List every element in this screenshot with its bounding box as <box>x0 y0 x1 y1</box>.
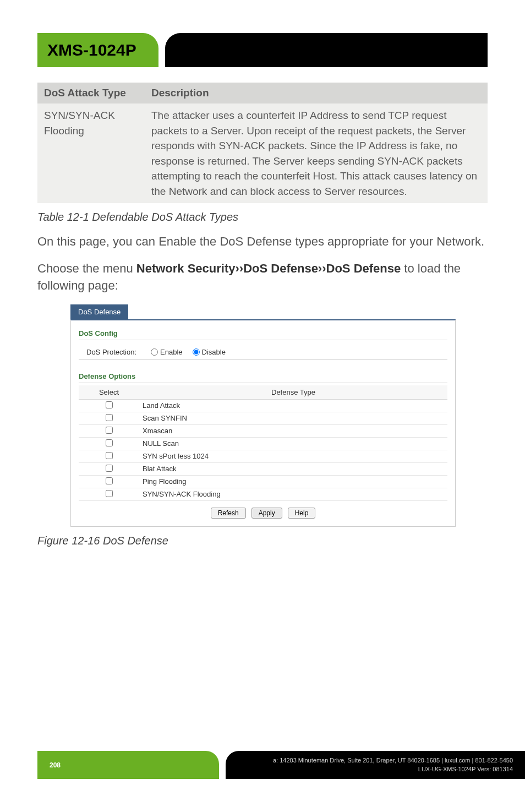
footer-page-number: 208 <box>37 751 219 779</box>
dos-protection-radio-group: Enable Disable <box>151 348 226 356</box>
defense-item-label: Ping Flooding <box>139 475 447 488</box>
defense-item-label: Blat Attack <box>139 462 447 475</box>
defense-item-label: Xmascan <box>139 424 447 437</box>
dos-protection-row: DoS Protection: Enable Disable <box>79 342 447 360</box>
radio-enable-label: Enable <box>160 348 182 356</box>
checkbox-syn-sport-1024[interactable] <box>106 452 113 459</box>
dos-protection-label: DoS Protection: <box>86 348 136 356</box>
para2-pre: Choose the menu <box>37 261 136 275</box>
table-row: SYN/SYN-ACK Flooding <box>79 488 447 500</box>
defense-options-table: Select Defense Type Land Attack Scan SYN… <box>79 385 447 501</box>
checkbox-xmascan[interactable] <box>106 427 113 434</box>
body-paragraph-2: Choose the menu Network Security››DoS De… <box>37 260 488 295</box>
defense-item-label: SYN sPort less 1024 <box>139 450 447 462</box>
checkbox-ping-flooding[interactable] <box>106 477 113 484</box>
checkbox-scan-synfin[interactable] <box>106 414 113 421</box>
table-row: Scan SYNFIN <box>79 412 447 424</box>
section-title-dos-config: DoS Config <box>79 329 447 340</box>
dos-attack-table: DoS Attack Type Description SYN/SYN-ACK … <box>37 83 488 203</box>
table-caption: Table 12-1 Defendable DoS Attack Types <box>37 211 488 224</box>
defense-item-label: SYN/SYN-ACK Flooding <box>139 488 447 500</box>
page-footer: 208 a: 14203 Minuteman Drive, Suite 201,… <box>37 751 525 779</box>
dos-table-header-type: DoS Attack Type <box>37 83 145 103</box>
radio-disable-label: Disable <box>202 348 226 356</box>
dos-desc-cell: The attacker uses a counterfeit IP Addre… <box>145 103 488 203</box>
defense-item-label: Land Attack <box>139 399 447 412</box>
table-row: Xmascan <box>79 424 447 437</box>
menu-path-strong: Network Security››DoS Defense››DoS Defen… <box>136 261 401 275</box>
body-paragraph-1: On this page, you can Enable the DoS Def… <box>37 233 488 250</box>
screenshot-body: DoS Config DoS Protection: Enable Disabl… <box>70 319 456 527</box>
help-button[interactable]: Help <box>288 508 316 519</box>
table-row: NULL Scan <box>79 437 447 450</box>
dos-defense-screenshot: DoS Defense DoS Config DoS Protection: E… <box>70 304 456 527</box>
defense-item-label: NULL Scan <box>139 437 447 450</box>
radio-enable[interactable] <box>151 348 158 356</box>
apply-button[interactable]: Apply <box>251 508 282 519</box>
title-bar: XMS-1024P <box>37 33 488 67</box>
checkbox-syn-synack-flooding[interactable] <box>106 490 113 497</box>
tab-dos-defense[interactable]: DoS Defense <box>70 304 128 319</box>
table-row: SYN sPort less 1024 <box>79 450 447 462</box>
table-row: Ping Flooding <box>79 475 447 488</box>
footer-address: a: 14203 Minuteman Drive, Suite 201, Dra… <box>249 756 513 765</box>
screenshot-button-row: Refesh Apply Help <box>79 508 447 519</box>
product-model-badge: XMS-1024P <box>37 33 158 67</box>
table-row: SYN/SYN-ACK Flooding The attacker uses a… <box>37 103 488 203</box>
title-bar-filler <box>165 33 488 67</box>
defense-header-select: Select <box>79 385 139 400</box>
defense-header-type: Defense Type <box>139 385 447 400</box>
footer-info: a: 14203 Minuteman Drive, Suite 201, Dra… <box>226 751 525 779</box>
checkbox-blat-attack[interactable] <box>106 465 113 472</box>
refresh-button[interactable]: Refesh <box>211 508 246 519</box>
table-row: Land Attack <box>79 399 447 412</box>
dos-table-header-desc: Description <box>145 83 488 103</box>
checkbox-null-scan[interactable] <box>106 439 113 446</box>
radio-disable[interactable] <box>193 348 200 356</box>
dos-type-cell: SYN/SYN-ACK Flooding <box>37 103 145 203</box>
defense-item-label: Scan SYNFIN <box>139 412 447 424</box>
footer-doc-id: LUX-UG-XMS-1024P Vers: 081314 <box>249 765 513 773</box>
table-row: Blat Attack <box>79 462 447 475</box>
section-title-defense-options: Defense Options <box>79 372 447 383</box>
checkbox-land-attack[interactable] <box>106 401 113 408</box>
figure-caption: Figure 12-16 DoS Defense <box>37 535 488 547</box>
